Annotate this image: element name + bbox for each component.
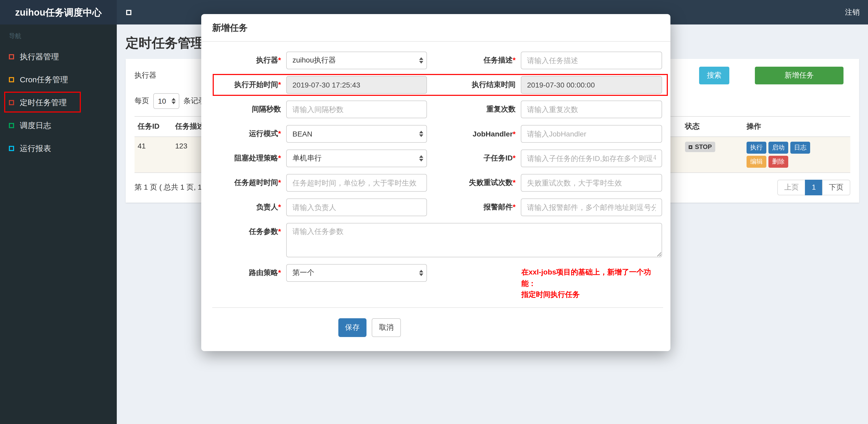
executor-label: 执行器* — [212, 56, 286, 65]
add-task-button[interactable]: 新增任务 — [755, 67, 843, 85]
end-time-label: 执行结束时间 — [427, 80, 521, 90]
feature-note-line2: 指定时间执行任务 — [521, 289, 663, 300]
sidebar-item-dispatch-log[interactable]: 调度日志 — [0, 114, 117, 137]
form-row-timeout-failretry: 任务超时时间* 失败重试次数* — [212, 174, 663, 192]
start-button[interactable]: 启动 — [768, 142, 788, 154]
sidebar-section-label: 导航 — [0, 25, 117, 45]
required-mark: * — [278, 268, 281, 276]
current-page-button[interactable]: 1 — [805, 180, 823, 195]
required-mark: * — [278, 80, 281, 89]
sidebar-item-label: 运行报表 — [20, 143, 51, 154]
required-mark: * — [278, 203, 281, 211]
modal-footer: 保存 取消 — [212, 308, 663, 351]
required-mark: * — [513, 154, 516, 162]
start-time-input[interactable] — [286, 76, 427, 94]
form-row-executor-desc: 执行器* zuihou执行器 任务描述* — [212, 52, 663, 69]
page-size-select[interactable]: 10 — [153, 93, 179, 109]
job-desc-input[interactable] — [521, 52, 662, 69]
jobhandler-label: JobHandler* — [427, 130, 521, 138]
column-header-status: 状态 — [682, 117, 743, 137]
repeat-label: 重复次数 — [427, 105, 521, 114]
run-mode-label: 运行模式* — [212, 129, 286, 138]
prev-page-button[interactable]: 上页 — [777, 180, 805, 195]
required-mark: * — [513, 203, 516, 211]
sidebar-item-cron-task-management[interactable]: Cron任务管理 — [0, 68, 117, 91]
job-desc-label: 任务描述* — [427, 56, 521, 65]
sidebar-item-label: 定时任务管理 — [20, 97, 67, 108]
executor-select[interactable]: zuihou执行器 — [286, 52, 427, 69]
log-button[interactable]: 日志 — [790, 142, 810, 154]
end-time-input[interactable] — [521, 76, 662, 94]
save-button[interactable]: 保存 — [338, 318, 367, 337]
square-icon — [9, 146, 14, 151]
sidebar-item-scheduled-task-management[interactable]: 定时任务管理 — [0, 91, 117, 114]
run-mode-select[interactable]: BEAN — [286, 125, 427, 143]
interval-label: 间隔秒数 — [212, 105, 286, 114]
form-row-job-params: 任务参数* — [212, 223, 663, 257]
modal-title: 新增任务 — [212, 23, 248, 33]
form-row-runmode-jobhandler: 运行模式* BEAN JobHandler* — [212, 125, 663, 143]
block-strategy-select[interactable]: 单机串行 — [286, 150, 427, 167]
child-job-input[interactable] — [521, 150, 662, 167]
square-icon — [9, 54, 14, 59]
required-mark: * — [278, 178, 281, 187]
cancel-button[interactable]: 取消 — [372, 318, 401, 337]
square-icon — [9, 123, 14, 128]
app-root: zuihou任务调度中心 注销 导航 执行器管理 Cron任务管理 定时任务管理… — [0, 0, 868, 424]
status-badge: STOP — [685, 142, 715, 152]
sidebar-toggle-button[interactable] — [117, 0, 141, 25]
run-button[interactable]: 执行 — [747, 142, 766, 154]
app-brand[interactable]: zuihou任务调度中心 — [0, 0, 117, 25]
select-arrows-icon — [419, 131, 423, 137]
required-mark: * — [278, 129, 281, 137]
sidebar-item-label: 执行器管理 — [20, 52, 59, 62]
interval-input[interactable] — [286, 101, 427, 118]
feature-note-line1: 在xxl-jobs项目的基础上，新增了一个功能： — [521, 267, 663, 289]
page-size-prefix-label: 每页 — [134, 96, 149, 106]
fail-retry-input[interactable] — [521, 174, 662, 192]
sidebar: 导航 执行器管理 Cron任务管理 定时任务管理 调度日志 运行报表 — [0, 25, 117, 424]
column-header-task-id: 任务ID — [134, 117, 172, 137]
fail-retry-label: 失败重试次数* — [427, 178, 521, 188]
executor-filter-label: 执行器 — [134, 71, 156, 80]
sidebar-item-run-report[interactable]: 运行报表 — [0, 137, 117, 160]
select-arrows-icon — [419, 270, 423, 276]
delete-button[interactable]: 删除 — [768, 156, 788, 168]
alarm-email-input[interactable] — [521, 198, 662, 216]
form-row-route-strategy: 路由策略* 第一个 在xxl-jobs项目的基础上，新增了一个功能： 指定时间执… — [212, 264, 663, 300]
job-params-textarea[interactable] — [286, 223, 662, 257]
status-cell: STOP — [682, 137, 743, 173]
logout-link[interactable]: 注销 — [837, 0, 868, 25]
form-row-owner-email: 负责人* 报警邮件* — [212, 198, 663, 216]
child-job-label: 子任务ID* — [427, 154, 521, 163]
pager: 上页 1 下页 — [777, 180, 850, 195]
required-mark: * — [278, 227, 281, 235]
select-arrows-icon — [419, 57, 423, 64]
sidebar-item-executor-management[interactable]: 执行器管理 — [0, 45, 117, 68]
timeout-label: 任务超时时间* — [212, 178, 286, 188]
next-page-button[interactable]: 下页 — [822, 180, 850, 195]
block-strategy-label: 阻塞处理策略* — [212, 154, 286, 163]
modal-header: 新增任务 — [201, 14, 671, 42]
square-icon — [9, 100, 14, 105]
required-mark: * — [278, 154, 281, 162]
route-strategy-select[interactable]: 第一个 — [286, 264, 427, 282]
required-mark: * — [513, 178, 516, 187]
add-task-modal: 新增任务 执行器* zuihou执行器 任务描述* 执行开 — [201, 14, 671, 351]
select-arrows-icon — [419, 155, 423, 161]
stop-icon — [689, 145, 692, 149]
jobhandler-input[interactable] — [521, 125, 662, 143]
owner-label: 负责人* — [212, 203, 286, 212]
job-params-label: 任务参数* — [212, 223, 286, 236]
sidebar-item-label: Cron任务管理 — [20, 74, 68, 85]
form-row-start-end-time: 执行开始时间* 执行结束时间 — [212, 76, 663, 94]
edit-button[interactable]: 编辑 — [747, 156, 766, 168]
required-mark: * — [513, 130, 516, 138]
form-row-blockstrategy-childjob: 阻塞处理策略* 单机串行 子任务ID* — [212, 150, 663, 167]
search-button[interactable]: 搜索 — [699, 67, 729, 85]
repeat-input[interactable] — [521, 101, 662, 118]
owner-input[interactable] — [286, 198, 427, 216]
timeout-input[interactable] — [286, 174, 427, 192]
task-id-cell: 41 — [134, 137, 172, 173]
operations-cell: 执行 启动 日志 编辑 删除 — [743, 137, 850, 173]
